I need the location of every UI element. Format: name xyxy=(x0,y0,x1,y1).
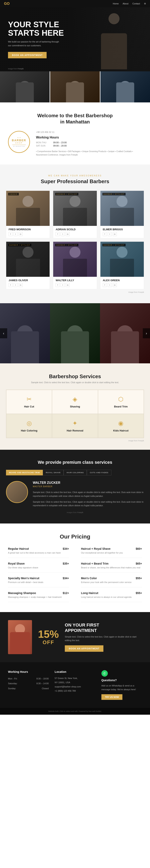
pricing-price-6: $12+ xyxy=(63,591,69,595)
pricing-desc-0: A great hair cut is the ideal accessory … xyxy=(8,551,69,555)
pricing-title: Our Pricing xyxy=(8,533,142,540)
service-name-4: Hair Removal xyxy=(67,429,83,432)
service-icon-4: ✦ xyxy=(72,420,77,427)
welcome-title: Welcome to the Best Barbershop in Manhat… xyxy=(8,113,142,125)
social-in-3[interactable]: in xyxy=(18,283,23,287)
premium-person-title: MASTER BARBER xyxy=(33,486,144,488)
social-in-4[interactable]: in xyxy=(66,283,70,287)
service-name-3: Hair Coloring xyxy=(21,429,37,432)
social-in-1[interactable]: in xyxy=(66,232,70,236)
hero-cta-button[interactable]: BOOK AN APPOINTMENT xyxy=(8,52,47,58)
footer-hours-row-3: Sunday:Closed xyxy=(8,686,49,691)
promo-sub: Simple text. Click to select the text bo… xyxy=(65,635,142,642)
welcome-logo: ✦✦✦ BARBER SHOP BY MANHATTAN xyxy=(8,131,30,153)
services-grid: ✂ Hair Cut ◈ Shaving ⬡ Beard Trim ◎ Hair… xyxy=(6,390,144,438)
premium-image-credit: Images from Freepik xyxy=(6,512,144,514)
logo-sub-text: BY MANHATTAN xyxy=(13,146,25,147)
premium-tab-1[interactable]: ROYAL SHAVE xyxy=(43,470,64,475)
pricing-item-3: Haircut + Beard Trim $65+ Beard or shave… xyxy=(81,562,142,573)
pricing-desc-2: Our three step signature shave xyxy=(8,566,69,569)
footer-address: 57 Green St, New York, NY 10001, USA xyxy=(54,676,95,685)
bottom-bar: Website built. Click to select and edit.… xyxy=(0,708,150,715)
social-tw-4[interactable]: t xyxy=(61,283,65,287)
pricing-name-4: Specialty Men's Haircut xyxy=(8,577,39,580)
pricing-price-1: $60+ xyxy=(136,547,142,550)
nav-about[interactable]: About xyxy=(123,2,128,5)
social-fb-0[interactable]: f xyxy=(9,232,12,236)
pricing-name-0: Regular Haircut xyxy=(8,547,29,550)
premium-tab-3[interactable]: CUTS AND FADES xyxy=(87,470,111,475)
promo-section: 15% OFF ON YOUR FIRST APPOINTMENT Simple… xyxy=(0,612,150,662)
footer-hours-title: Working Hours xyxy=(8,670,49,673)
gallery-cell-1 xyxy=(0,71,49,102)
pricing-item-6: Massaging Shampoo $12+ Massaging shampoo… xyxy=(8,591,69,602)
footer-questions-btn[interactable]: TRY US NOW xyxy=(101,694,123,700)
social-tw-5[interactable]: t xyxy=(108,283,112,287)
pricing-item-2: Royal Shave $35+ Our three step signatur… xyxy=(8,562,69,573)
footer-section: Working Hours Mon - Fri:8:30 – 18:00 Sat… xyxy=(0,662,150,708)
barbers-grid: OWNER FRED MORRISON f t in BARBER / STYL… xyxy=(6,191,144,289)
pricing-desc-6: Massaging shampoo + scalp massage + hair… xyxy=(8,595,69,599)
footer-questions-title: Questions? xyxy=(101,679,142,682)
pricing-price-4: $34+ xyxy=(63,577,69,580)
services-image-credit: Image from Freepik xyxy=(6,440,144,442)
premium-tab-2[interactable]: HAIR COLORING xyxy=(64,470,87,475)
pricing-desc-1: Our exceptional service all together for… xyxy=(81,551,142,555)
service-icon-1: ◈ xyxy=(73,396,77,403)
service-item-2: ⬡ Beard Trim xyxy=(98,390,144,414)
social-tw-2[interactable]: t xyxy=(108,232,112,236)
premium-content: WALTER ZUCKER MASTER BARBER Sample text.… xyxy=(6,481,144,507)
barber-name-5: ALEX GREEN xyxy=(103,279,141,282)
logo-shop-text: SHOP xyxy=(15,142,23,144)
social-tw-3[interactable]: t xyxy=(13,283,17,287)
social-fb-1[interactable]: f xyxy=(55,232,60,236)
social-fb-5[interactable]: f xyxy=(103,283,107,287)
pricing-item-7: Long Haircut $55+ Long haircut service i… xyxy=(81,591,142,602)
promo-right: ON YOUR FIRST APPOINTMENT Simple text. C… xyxy=(65,622,142,652)
footer-location-title: Location xyxy=(54,670,95,673)
hero-title: YOUR STYLE STARTS HERE xyxy=(8,20,64,37)
social-in-2[interactable]: in xyxy=(113,232,117,236)
social-fb-3[interactable]: f xyxy=(9,283,12,287)
premium-credit-link[interactable]: Freepik xyxy=(77,512,83,514)
social-tw-1[interactable]: t xyxy=(61,232,65,236)
promo-off-label: OFF xyxy=(38,639,59,646)
pricing-price-5: $55+ xyxy=(136,577,142,580)
hero-credit-link[interactable]: Freepik xyxy=(17,68,24,70)
services-credit-link[interactable]: Freepik xyxy=(138,440,144,442)
premium-tab-0[interactable]: BEARD AND MUSTACHE TRIM xyxy=(6,470,43,475)
barbers-image-credit: Image from Freepik xyxy=(6,291,144,293)
premium-section: We provide premium class services BEARD … xyxy=(0,450,150,524)
social-fb-4[interactable]: f xyxy=(55,283,60,287)
social-in-5[interactable]: in xyxy=(113,283,117,287)
nav-home[interactable]: Home xyxy=(113,2,119,5)
social-tw-0[interactable]: t xyxy=(13,232,17,236)
slider-prev-button[interactable]: ‹ xyxy=(0,328,7,338)
services-subtitle: Sample text. Click to select the text bo… xyxy=(6,381,144,383)
social-in-0[interactable]: in xyxy=(18,232,23,236)
pricing-name-6: Massaging Shampoo xyxy=(8,591,36,595)
slider-image-3 xyxy=(100,303,150,363)
services-section: Barbershop Services Sample text. Click t… xyxy=(0,363,150,450)
slider-image-1 xyxy=(0,303,50,363)
pricing-desc-3: Beard or shave, we bring the differences… xyxy=(81,566,142,569)
barbers-credit-link[interactable]: Freepik xyxy=(138,291,144,293)
barber-card-5: BARBER / STYLIST ALEX GREEN f t in xyxy=(100,242,144,289)
gallery-cell-2 xyxy=(50,71,100,102)
gallery-cell-3 xyxy=(101,71,150,102)
nav-settings[interactable]: ⚙ xyxy=(144,2,146,5)
pricing-desc-7: Long haircut service is always in our ut… xyxy=(81,595,142,599)
footer-location-col: Location 57 Green St, New York, NY 10001… xyxy=(54,670,95,700)
barbers-label: WE CAN MAKE YOUR AWESOMENESS xyxy=(6,175,144,177)
barber-name-1: ADRIAN SCOLD xyxy=(55,228,94,231)
pricing-name-2: Royal Shave xyxy=(8,562,25,565)
promo-cta-button[interactable]: BOOK AN APPOINTMENT xyxy=(65,645,103,652)
nav-contact[interactable]: Contact xyxy=(133,2,140,5)
barber-card-4: BARBER / STYLIST WALTER LILLY f t in xyxy=(53,242,97,289)
footer-hours-row-2: Saturday:8:30 – 14:00 xyxy=(8,681,49,686)
premium-person-name: WALTER ZUCKER xyxy=(33,481,144,485)
social-fb-2[interactable]: f xyxy=(103,232,107,236)
slider-next-button[interactable]: › xyxy=(143,328,150,338)
barber-name-3: JAMES OLIVER xyxy=(9,279,47,282)
footer-phone: +1 (800) 123 456 789 xyxy=(54,689,95,693)
